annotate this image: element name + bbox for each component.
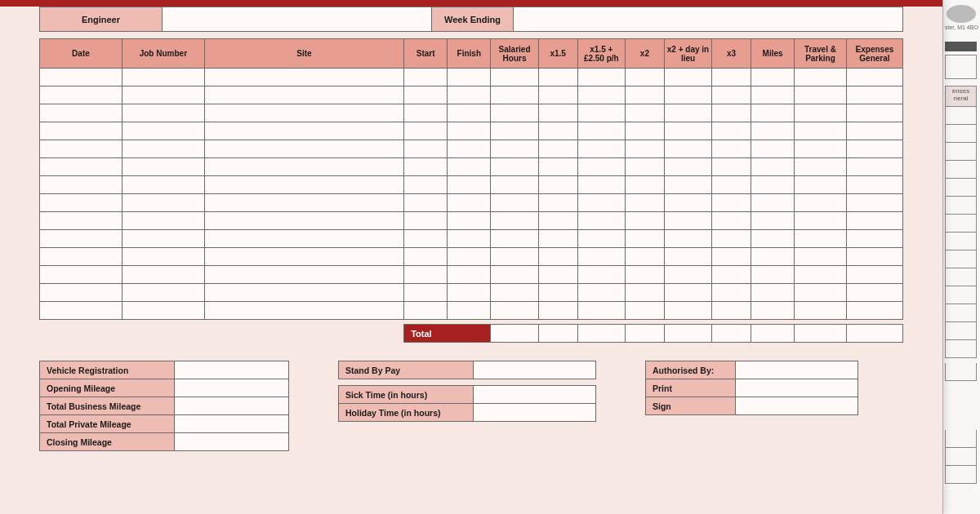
grid-cell[interactable] [404,194,448,212]
grid-cell[interactable] [846,176,902,194]
grid-cell[interactable] [204,69,403,86]
grid-cell[interactable] [751,176,795,194]
grid-cell[interactable] [846,69,902,86]
grid-cell[interactable] [626,248,665,266]
grid-cell[interactable] [795,86,847,104]
grid-cell[interactable] [448,158,491,176]
grid-cell[interactable] [846,284,902,302]
grid-cell[interactable] [664,176,711,194]
grid-cell[interactable] [204,284,403,302]
grid-cell[interactable] [795,248,847,266]
grid-cell[interactable] [491,284,538,302]
grid-cell[interactable] [448,194,491,212]
grid-cell[interactable] [448,230,491,248]
grid-cell[interactable] [204,194,403,212]
grid-cell[interactable] [577,284,625,302]
grid-cell[interactable] [626,140,665,158]
grid-cell[interactable] [404,122,448,140]
grid-cell[interactable] [404,176,448,194]
grid-cell[interactable] [122,86,204,104]
grid-cell[interactable] [664,212,711,230]
grid-cell[interactable] [491,104,538,122]
grid-cell[interactable] [846,230,902,248]
grid-cell[interactable] [491,266,538,284]
grid-cell[interactable] [491,194,538,212]
total-x2-lieu[interactable] [664,325,711,343]
grid-cell[interactable] [204,86,403,104]
grid-cell[interactable] [404,212,448,230]
grid-cell[interactable] [538,140,577,158]
grid-cell[interactable] [795,69,847,86]
grid-cell[interactable] [40,86,122,104]
grid-cell[interactable] [491,122,538,140]
grid-cell[interactable] [846,104,902,122]
grid-cell[interactable] [538,176,577,194]
grid-cell[interactable] [664,104,711,122]
grid-cell[interactable] [204,230,403,248]
grid-cell[interactable] [846,122,902,140]
grid-cell[interactable] [577,176,625,194]
grid-cell[interactable] [448,284,491,302]
grid-cell[interactable] [846,158,902,176]
grid-cell[interactable] [846,86,902,104]
grid-cell[interactable] [122,284,204,302]
grid-cell[interactable] [795,266,847,284]
grid-cell[interactable] [538,284,577,302]
vehicle-reg-input[interactable] [175,361,289,379]
grid-cell[interactable] [491,140,538,158]
opening-mileage-input[interactable] [175,379,289,397]
grid-cell[interactable] [795,158,847,176]
grid-cell[interactable] [664,266,711,284]
grid-cell[interactable] [404,140,448,158]
grid-cell[interactable] [538,230,577,248]
grid-cell[interactable] [204,248,403,266]
total-salaried[interactable] [491,325,538,343]
grid-cell[interactable] [404,230,448,248]
grid-cell[interactable] [626,176,665,194]
grid-cell[interactable] [712,104,751,122]
grid-cell[interactable] [846,266,902,284]
grid-cell[interactable] [751,69,795,86]
grid-cell[interactable] [751,194,795,212]
grid-cell[interactable] [712,284,751,302]
grid-cell[interactable] [577,266,625,284]
grid-cell[interactable] [751,248,795,266]
grid-cell[interactable] [538,86,577,104]
grid-cell[interactable] [664,248,711,266]
grid-cell[interactable] [846,140,902,158]
grid-cell[interactable] [538,158,577,176]
grid-cell[interactable] [122,194,204,212]
grid-cell[interactable] [751,122,795,140]
grid-cell[interactable] [712,212,751,230]
grid-cell[interactable] [40,158,122,176]
grid-cell[interactable] [122,212,204,230]
grid-cell[interactable] [664,284,711,302]
grid-cell[interactable] [626,284,665,302]
total-expenses[interactable] [846,325,902,343]
grid-cell[interactable] [795,230,847,248]
grid-cell[interactable] [491,212,538,230]
grid-cell[interactable] [40,302,122,320]
grid-cell[interactable] [795,284,847,302]
week-ending-input[interactable] [514,7,903,32]
grid-cell[interactable] [577,104,625,122]
grid-cell[interactable] [795,140,847,158]
grid-cell[interactable] [664,140,711,158]
grid-cell[interactable] [626,122,665,140]
grid-cell[interactable] [404,284,448,302]
grid-cell[interactable] [204,140,403,158]
grid-cell[interactable] [712,86,751,104]
grid-cell[interactable] [40,194,122,212]
grid-cell[interactable] [404,266,448,284]
grid-cell[interactable] [40,122,122,140]
grid-cell[interactable] [712,248,751,266]
grid-cell[interactable] [626,158,665,176]
grid-cell[interactable] [538,122,577,140]
holiday-time-input[interactable] [474,404,596,422]
grid-cell[interactable] [448,176,491,194]
grid-cell[interactable] [448,69,491,86]
grid-cell[interactable] [404,104,448,122]
total-x2[interactable] [626,325,665,343]
grid-cell[interactable] [404,86,448,104]
grid-cell[interactable] [626,104,665,122]
